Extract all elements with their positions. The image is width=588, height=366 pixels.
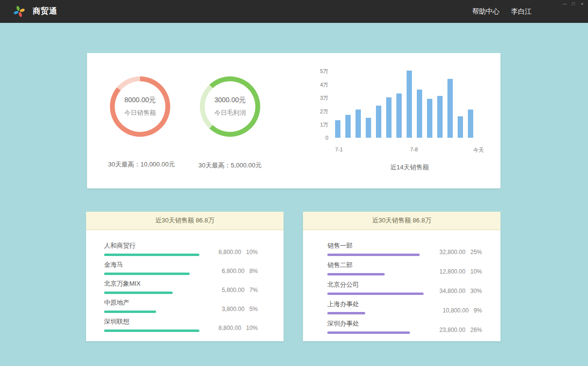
vendor-value: 8,800.0010% (218, 325, 258, 331)
daily-sales-bars (335, 71, 484, 138)
department-bar (327, 312, 365, 314)
department-row: 深圳办事处 23,800.0026% (327, 319, 482, 339)
today-sales-label: 今日销售额 (125, 109, 156, 117)
vendor-bar (104, 273, 190, 275)
y-tick: 2万 (320, 108, 328, 115)
sales-bar (345, 115, 351, 138)
user-name-link[interactable]: 李白江 (511, 7, 532, 16)
department-bar (327, 331, 410, 334)
sales-bar (447, 79, 453, 138)
y-tick: 4万 (320, 81, 328, 89)
minimize-button[interactable]: — (562, 1, 567, 7)
chart-x-axis: 7-1 7-8 今天 (335, 146, 484, 153)
vendor-bar (104, 254, 199, 256)
department-sales-panel: 近30天销售额 86.8万 销售一部 32,800.0025% 销售二部 12,… (303, 212, 500, 341)
desktop-app-window: 商贸通 帮助中心 李白江 — □ × 8000.00元 今日销售额 30天最高：… (0, 0, 588, 366)
today-sales-ring-center: 8000.00元 今日销售额 (115, 81, 165, 132)
sales-bar (356, 110, 361, 138)
x-tick-mid: 7-8 (410, 146, 418, 152)
today-profit-label: 今日毛利润 (214, 109, 246, 117)
sales-bar (468, 110, 473, 138)
topbar: 商贸通 帮助中心 李白江 — □ × (0, 0, 588, 23)
today-profit-value: 3000.00元 (214, 96, 246, 105)
chart-caption: 近14天销售额 (335, 163, 484, 172)
sales-bar (417, 90, 422, 138)
department-value: 10,800.009% (443, 307, 482, 314)
daily-sales-chart: 5万 4万 3万 2万 1万 0 7-1 7-8 今天 近14天销售额 (316, 68, 486, 172)
today-profit-ring: 3000.00元 今日毛利润 (200, 76, 260, 137)
sales-bar (407, 71, 412, 138)
sales-bar (437, 96, 443, 138)
department-panel-header: 近30天销售额 86.8万 (303, 212, 500, 230)
vendor-panel-body: 人和商贸行 8,800.0010% 金海马 6,800.008% 北京万象MIX… (86, 230, 284, 336)
today-profit-ring-center: 3000.00元 今日毛利润 (205, 81, 255, 132)
sales-bar (427, 99, 432, 138)
department-panel-body: 销售一部 32,800.0025% 销售二部 12,800.0010% 北京分公… (303, 230, 500, 339)
department-row: 销售一部 32,800.0025% (327, 241, 482, 261)
maximize-button[interactable]: □ (571, 1, 576, 7)
sales-bar (396, 93, 402, 138)
vendor-row: 人和商贸行 8,800.0010% (104, 241, 258, 260)
sales-bar (458, 116, 463, 138)
department-value: 32,800.0025% (440, 249, 482, 256)
department-row: 销售二部 12,800.0010% (327, 261, 482, 280)
vendor-value: 6,800.008% (222, 268, 258, 274)
topbar-right: 帮助中心 李白江 (472, 0, 532, 23)
vendor-row: 金海马 6,800.008% (104, 260, 258, 279)
vendor-value: 8,800.0010% (218, 249, 258, 256)
help-center-link[interactable]: 帮助中心 (472, 7, 499, 16)
app-title: 商贸通 (33, 6, 57, 17)
sales-bar (376, 106, 381, 138)
pinwheel-logo-icon (13, 5, 26, 18)
vendor-value: 3,800.005% (222, 306, 258, 312)
department-bar (327, 273, 385, 275)
vendor-bar (104, 292, 173, 294)
today-sales-value: 8000.00元 (125, 96, 156, 105)
department-value: 34,800.0030% (440, 288, 482, 294)
y-tick: 3万 (320, 94, 328, 102)
x-tick-today: 今天 (473, 146, 484, 154)
profit-30day-max: 30天最高：5,000.00元 (172, 161, 288, 170)
chart-y-axis: 5万 4万 3万 2万 1万 0 (316, 68, 328, 141)
vendor-row: 深圳联想 8,800.0010% (104, 317, 258, 336)
department-panel-title: 近30天销售额 86.8万 (372, 216, 431, 225)
sales-bar (335, 120, 340, 138)
x-tick-start: 7-1 (335, 146, 343, 152)
vendor-row: 北京万象MIX 5,800.007% (104, 279, 258, 298)
y-tick: 1万 (320, 121, 328, 128)
sales-bar (366, 118, 371, 138)
close-button[interactable]: × (580, 1, 585, 7)
summary-card: 8000.00元 今日销售额 30天最高：10,000.00元 3000.00元… (87, 53, 500, 188)
window-controls: — □ × (562, 1, 585, 7)
vendor-bar (104, 311, 156, 313)
department-row: 上海办事处 10,800.009% (327, 300, 482, 319)
vendor-sales-panel: 近30天销售额 86.8万 人和商贸行 8,800.0010% 金海马 6,80… (86, 212, 284, 341)
vendor-row: 中原地产 3,800.005% (104, 298, 258, 317)
vendor-panel-header: 近30天销售额 86.8万 (86, 212, 284, 230)
today-sales-ring: 8000.00元 今日销售额 (110, 76, 170, 137)
department-bar (327, 293, 424, 295)
department-row: 北京分公司 34,800.0030% (327, 280, 482, 300)
y-tick: 0 (325, 135, 328, 141)
vendor-bar (104, 329, 199, 332)
vendor-value: 5,800.007% (222, 287, 258, 293)
y-tick: 5万 (320, 68, 328, 75)
sales-bar (386, 97, 392, 138)
department-value: 23,800.0026% (440, 327, 482, 333)
department-value: 12,800.0010% (440, 268, 482, 275)
vendor-panel-title: 近30天销售额 86.8万 (155, 216, 214, 225)
department-bar (327, 254, 420, 256)
